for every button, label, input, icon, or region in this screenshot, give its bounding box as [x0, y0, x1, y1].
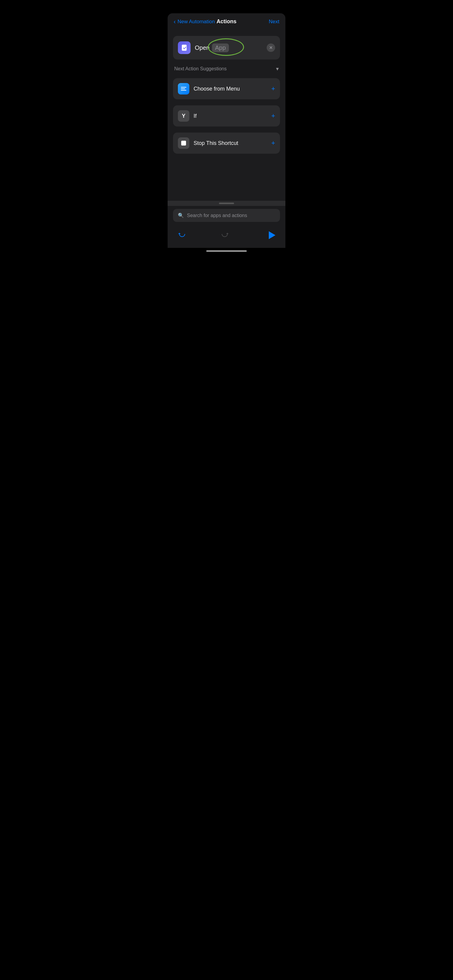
close-button[interactable]: ✕ — [267, 43, 275, 52]
status-bar — [167, 0, 286, 13]
stop-shortcut-label: Stop This Shortcut — [194, 140, 238, 146]
suggestion-if[interactable]: Y If + — [173, 105, 280, 127]
main-content: Open App ✕ Next Action Suggestions ▾ — [167, 30, 286, 201]
bottom-sheet-handle-area — [167, 201, 286, 205]
choose-from-menu-icon — [178, 83, 189, 94]
next-button[interactable]: Next — [269, 19, 279, 25]
nav-header: ‹ New Automation Actions Next — [167, 13, 286, 30]
search-bar[interactable]: 🔍 Search for apps and actions — [173, 209, 280, 222]
home-bar — [206, 250, 247, 252]
menu-lines-icon — [181, 87, 186, 91]
open-label: Open — [195, 45, 210, 51]
suggestions-header: Next Action Suggestions ▾ — [173, 65, 280, 72]
stop-add-button[interactable]: + — [271, 140, 275, 146]
page-title: Actions — [217, 18, 236, 25]
undo-icon — [177, 231, 185, 239]
menu-line-2 — [181, 89, 185, 89]
open-app-text-row: Open App — [195, 43, 262, 52]
play-button[interactable] — [265, 229, 278, 242]
toolbar — [167, 225, 286, 248]
if-icon: Y — [178, 110, 189, 122]
search-placeholder: Search for apps and actions — [187, 213, 247, 218]
undo-button[interactable] — [175, 229, 187, 241]
shortcuts-app-icon — [178, 41, 191, 54]
suggestion-stop-shortcut[interactable]: Stop This Shortcut + — [173, 132, 280, 154]
close-icon: ✕ — [269, 46, 273, 50]
suggestion-choose-from-menu[interactable]: Choose from Menu + — [173, 78, 280, 99]
menu-line-3 — [181, 90, 186, 91]
bottom-area: 🔍 Search for apps and actions — [167, 205, 286, 225]
redo-icon — [222, 231, 230, 239]
suggestion-left-if: Y If — [178, 110, 196, 122]
phone-container: ‹ New Automation Actions Next Open App ✕ — [167, 0, 286, 255]
back-chevron-icon: ‹ — [174, 18, 176, 25]
if-label: If — [194, 113, 196, 119]
choose-from-menu-add-button[interactable]: + — [271, 86, 275, 92]
suggestions-title: Next Action Suggestions — [174, 66, 226, 72]
menu-line-1 — [181, 87, 186, 88]
app-pill[interactable]: App — [212, 43, 229, 52]
play-icon — [269, 231, 276, 239]
content-spacer — [173, 160, 280, 195]
suggestion-left-choose: Choose from Menu — [178, 83, 240, 94]
stop-square-icon — [181, 141, 186, 146]
open-app-card: Open App ✕ — [173, 36, 280, 59]
back-button[interactable]: ‹ New Automation — [174, 18, 215, 25]
bottom-sheet-handle — [219, 203, 234, 204]
suggestion-left-stop: Stop This Shortcut — [178, 137, 238, 149]
shortcuts-icon-svg — [180, 44, 188, 51]
choose-from-menu-label: Choose from Menu — [194, 86, 240, 92]
search-icon: 🔍 — [178, 213, 184, 218]
if-icon-text: Y — [182, 113, 185, 119]
back-label: New Automation — [177, 19, 215, 25]
redo-button[interactable] — [220, 229, 232, 241]
suggestions-chevron-icon[interactable]: ▾ — [276, 65, 279, 72]
home-indicator — [167, 248, 286, 255]
stop-icon — [178, 137, 189, 149]
if-add-button[interactable]: + — [271, 113, 275, 119]
